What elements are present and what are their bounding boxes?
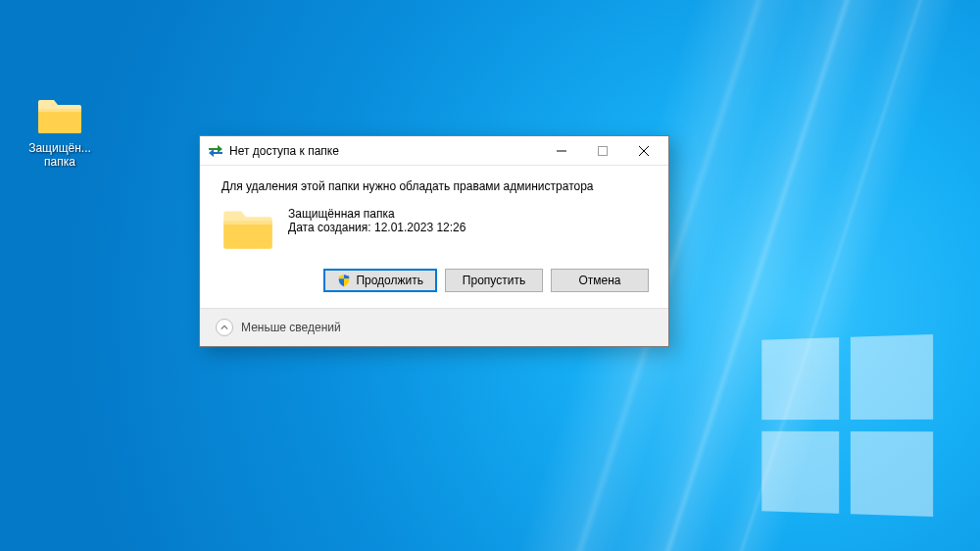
desktop-folder-shortcut[interactable]: Защищён... папка [18,96,102,169]
folder-info-row: Защищённая папка Дата создания: 12.01.20… [221,207,649,251]
maximize-icon [598,146,608,156]
continue-button-label: Продолжить [356,274,423,287]
cancel-button-label: Отмена [578,274,620,287]
dialog-title: Нет доступа к папке [229,144,541,158]
folder-icon [36,96,83,135]
close-button[interactable] [623,136,664,165]
details-toggle-label: Меньше сведений [241,321,341,334]
dialog-message: Для удаления этой папки нужно обладать п… [221,179,649,193]
minimize-button[interactable] [541,136,582,165]
close-icon [639,146,649,156]
desktop-background: Защищён... папка Нет доступа к папке [0,0,980,551]
cancel-button[interactable]: Отмена [551,269,649,292]
continue-button[interactable]: Продолжить [323,269,437,292]
folder-name: Защищённая папка [288,207,466,221]
window-controls [541,136,664,165]
dialog-button-row: Продолжить Пропустить Отмена [221,269,649,292]
details-toggle[interactable]: Меньше сведений [200,308,668,346]
skip-button-label: Пропустить [463,274,525,287]
transfer-arrows-icon [208,143,223,159]
dialog-titlebar[interactable]: Нет доступа к папке [200,136,668,166]
uac-shield-icon [337,274,351,287]
maximize-button[interactable] [582,136,623,165]
svg-rect-0 [599,146,608,155]
folder-info: Защищённая папка Дата создания: 12.01.20… [288,207,466,234]
skip-button[interactable]: Пропустить [445,269,543,292]
desktop-folder-label: Защищён... папка [18,141,102,169]
minimize-icon [557,146,566,156]
folder-icon [221,207,274,251]
folder-created-date: Дата создания: 12.01.2023 12:26 [288,221,466,234]
windows-logo [761,334,933,517]
dialog-content: Для удаления этой папки нужно обладать п… [200,166,668,308]
folder-access-denied-dialog: Нет доступа к папке Для удаления этой па… [199,135,669,347]
chevron-up-icon [216,319,233,336]
